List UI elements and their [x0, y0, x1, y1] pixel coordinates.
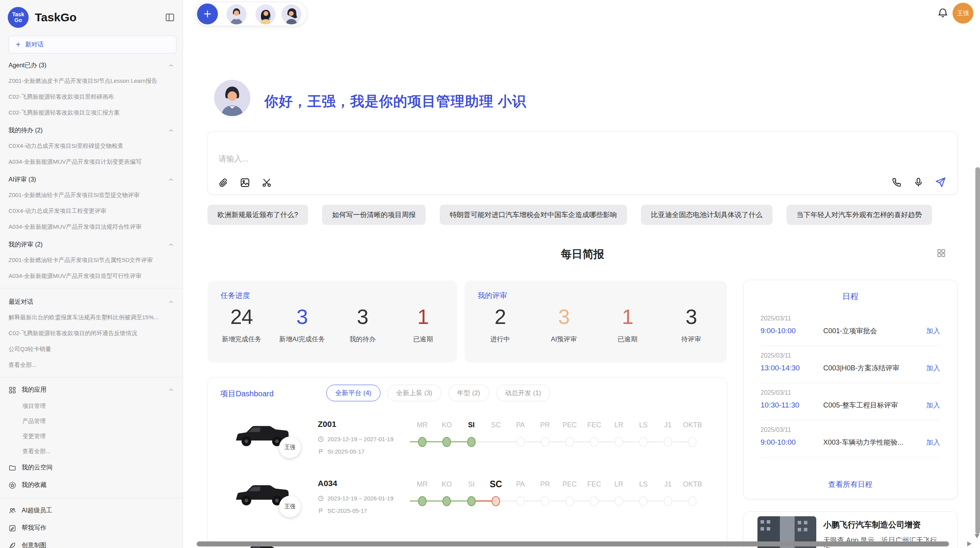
- project-name: Z001: [318, 420, 336, 429]
- section-header-my-todo[interactable]: 我的待办 (2): [0, 121, 183, 138]
- view-all-schedule-link[interactable]: 查看所有日程: [744, 480, 957, 490]
- news-title: 小鹏飞行汽车制造公司增资: [823, 519, 921, 530]
- phone-icon[interactable]: [891, 177, 902, 188]
- sidebar-item-creative-draw[interactable]: 创意制图: [0, 537, 183, 548]
- assistant-avatar: [214, 80, 250, 116]
- avatar[interactable]: [281, 4, 302, 24]
- schedule-event-title: X003-车辆动力学性能验...: [823, 438, 922, 447]
- attachment-icon[interactable]: [218, 177, 229, 188]
- image-icon[interactable]: [240, 177, 250, 188]
- write-icon: [9, 524, 16, 532]
- tab-new-platform[interactable]: 全新平台 (4): [326, 385, 380, 401]
- tab-new-body[interactable]: 全新上装 (3): [387, 385, 442, 401]
- vertical-scrollbar[interactable]: [975, 167, 980, 534]
- sidebar-task-item[interactable]: A034-全新新能源MUV产品开发项目造型可行性评审: [0, 268, 183, 284]
- stat-review-overdue: 1 已逾期: [596, 305, 660, 344]
- agent-avatars-bar: [195, 2, 307, 26]
- notifications-bell-icon[interactable]: [937, 7, 949, 20]
- schedule-date: 2025/03/11: [761, 352, 940, 359]
- suggestion-chip[interactable]: 欧洲新规最近颁布了什么?: [207, 205, 308, 225]
- milestone-timeline: [410, 436, 705, 449]
- scissors-icon[interactable]: [261, 177, 272, 188]
- suggestion-chip[interactable]: 比亚迪全固态电池计划具体说了什么: [641, 205, 773, 225]
- chat-input[interactable]: [219, 154, 683, 163]
- main-area: 王强 你好，王强，我是你的项目管理助理 小识 欧洲新规最近颁布了什么? 如何写一…: [183, 0, 980, 548]
- section-header-agent-done[interactable]: Agent已办 (3): [0, 56, 183, 73]
- sidebar-item-favorites[interactable]: 我的收藏: [0, 476, 183, 494]
- avatar[interactable]: [255, 4, 276, 24]
- dashboard-tabs: 全新平台 (4) 全新上装 (3) 年型 (2) 动总开发 (1): [326, 385, 550, 401]
- recent-chat-item[interactable]: C02-飞腾新能源轻客改款项目的闭环通告反馈情况: [0, 325, 183, 341]
- user-avatar[interactable]: 王强: [953, 3, 973, 24]
- sidebar-item-help-write[interactable]: 帮我写作: [0, 519, 183, 537]
- cloud-space-label: 我的云空间: [22, 464, 53, 472]
- sidebar-task-item[interactable]: Z001-全新燃油皮卡产品开发项目SI节点Lesson Learn报告: [0, 73, 183, 89]
- sidebar-item-ai-employee[interactable]: AI超级员工: [0, 502, 183, 519]
- section-title: 最近对话: [9, 298, 33, 306]
- project-flag-milestone: SC-2025-05-17: [318, 507, 367, 514]
- chevron-up-icon[interactable]: [168, 177, 174, 183]
- join-link[interactable]: 加入: [926, 401, 940, 410]
- layout-grid-icon[interactable]: [937, 248, 946, 259]
- project-dates: 2023-12-19 ~ 2027-01-19: [318, 436, 394, 442]
- section-header-recent-chats[interactable]: 最近对话: [0, 292, 183, 310]
- sidebar-item-my-apps[interactable]: 我的应用: [0, 381, 183, 399]
- chevron-up-icon[interactable]: [168, 63, 174, 69]
- sidebar-task-item[interactable]: Z001-全新燃油轻卡产品开发项目SI节点属性5D文件评审: [0, 252, 183, 268]
- join-link[interactable]: 加入: [926, 326, 940, 336]
- sidebar-collapse-icon[interactable]: [165, 12, 175, 22]
- section-header-ai-review[interactable]: AI评审 (3): [0, 170, 183, 187]
- sidebar-item-cloud-space[interactable]: 我的云空间: [0, 459, 183, 476]
- scroll-down-arrow[interactable]: [975, 534, 980, 538]
- tab-powertrain[interactable]: 动总开发 (1): [496, 385, 550, 401]
- suggestion-chip[interactable]: 当下年轻人对汽车外观有怎样的喜好趋势: [786, 205, 932, 225]
- chevron-up-icon[interactable]: [168, 387, 174, 393]
- recent-chats-view-all[interactable]: 查看全部...: [0, 357, 183, 373]
- app-item-product-mgmt[interactable]: 产品管理: [0, 414, 183, 429]
- add-agent-button[interactable]: [197, 3, 218, 24]
- sidebar-task-item[interactable]: C0X4-动力总成开发项目工程变更评审: [0, 203, 183, 219]
- schedule-item[interactable]: 2025/03/11 9:00-10:00 C001-立项审批会 加入: [761, 309, 940, 346]
- sidebar-task-item[interactable]: A034-全新新能源MUV产品开发项目计划变更表编写: [0, 154, 183, 170]
- schedule-title: 日程: [744, 291, 957, 302]
- schedule-item[interactable]: 2025/03/11 13:00-14:30 C003|H0B-方案冻结评审 加…: [761, 346, 940, 383]
- suggestion-chip[interactable]: 特朗普可能对进口汽车增税会对中国车企造成哪些影响: [440, 205, 627, 225]
- sidebar-task-item[interactable]: A034-全新新能源MUV产品开发项目法规符合性评审: [0, 219, 183, 235]
- horizontal-scrollbar[interactable]: [197, 541, 949, 546]
- project-row[interactable]: 王强 A034 2023-12-19 ~ 2026-01-19 SC-2025-…: [208, 476, 727, 534]
- section-title: 我的待办 (2): [9, 127, 43, 135]
- sidebar-task-item[interactable]: C02-飞腾新能源轻客改款项目里程碑画布: [0, 89, 183, 105]
- tab-model-year[interactable]: 年型 (2): [448, 385, 489, 401]
- avatar[interactable]: [226, 4, 247, 24]
- join-link[interactable]: 加入: [926, 438, 940, 447]
- schedule-time: 9:00-10:00: [761, 327, 823, 335]
- app-item-project-mgmt[interactable]: 项目管理: [0, 399, 183, 414]
- send-icon[interactable]: [935, 176, 946, 188]
- sidebar-task-item[interactable]: Z001-全新燃油轻卡产品开发项目SI造型提交物评审: [0, 187, 183, 203]
- sidebar-task-item[interactable]: C02-飞腾新能源轻客改款项目立项汇报方案: [0, 105, 183, 121]
- chevron-up-icon[interactable]: [168, 299, 174, 305]
- app-logo: Task Go: [8, 7, 29, 28]
- apps-view-all[interactable]: 查看全部...: [0, 444, 183, 459]
- join-link[interactable]: 加入: [926, 363, 940, 373]
- recent-chat-item[interactable]: 解释最新出台的欧盟报废车法规再生塑料比例被调至15%...: [0, 310, 183, 325]
- app-title: TaskGo: [35, 11, 77, 24]
- chevron-up-icon[interactable]: [168, 242, 174, 248]
- scroll-right-arrow[interactable]: [967, 541, 971, 546]
- schedule-item[interactable]: 2025/03/11 10:30-11:30 C005-整车工程目标评审 加入: [761, 383, 940, 420]
- dashboard-title: 项目Dashboard: [220, 389, 274, 399]
- suggestion-chip[interactable]: 如何写一份清晰的项目周报: [322, 205, 426, 225]
- app-item-change-mgmt[interactable]: 变更管理: [0, 429, 183, 444]
- schedule-item[interactable]: 2025/03/11 9:00-10:00 X003-车辆动力学性能验... 加…: [761, 420, 940, 457]
- sidebar-task-item[interactable]: C0X4-动力总成开发项目SI里程碑提交物检查: [0, 138, 183, 154]
- milestone-timeline: [410, 495, 705, 508]
- new-chat-button[interactable]: + 新对话: [9, 36, 176, 53]
- schedule-event-title: C001-立项审批会: [823, 326, 922, 336]
- microphone-icon[interactable]: [913, 177, 924, 188]
- project-row[interactable]: 王强 Z001 2023-12-19 ~ 2027-01-19 SI-2025-…: [208, 416, 727, 474]
- section-header-my-review[interactable]: 我的评审 (2): [0, 235, 183, 252]
- recent-chat-item[interactable]: 公司Q3轻卡销量: [0, 341, 183, 357]
- chevron-up-icon[interactable]: [168, 128, 174, 134]
- divider: [0, 377, 183, 377]
- project-owner-badge: 王强: [279, 496, 301, 517]
